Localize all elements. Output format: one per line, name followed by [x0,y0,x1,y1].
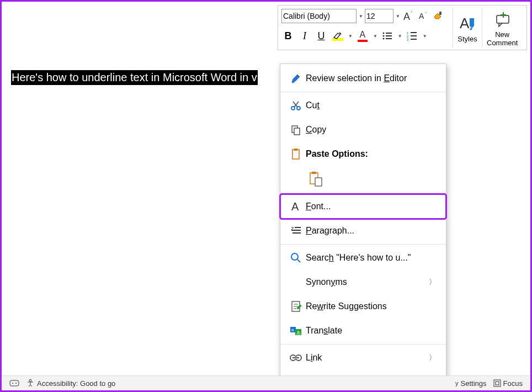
svg-point-9 [382,38,384,40]
svg-text:A: A [403,11,410,22]
menu-font-label: Font... [306,202,436,211]
paste-options-row [280,166,446,192]
svg-text:3: 3 [407,38,409,41]
menu-paste-label: Paste Options: [306,149,436,159]
font-a-icon: A [286,200,306,213]
new-comment-line2: Comment [487,39,518,47]
scissors-icon [286,100,306,111]
text-predictions-button[interactable] [6,379,23,388]
svg-rect-10 [386,38,392,39]
menu-review-in-editor[interactable]: Review selection in Editor [280,66,446,91]
menu-paste-options-header: Paste Options: [280,142,446,166]
svg-rect-22 [294,128,300,135]
font-color-dropdown-icon[interactable]: ▼ [373,34,377,39]
bullets-button[interactable] [381,29,394,43]
size-dropdown-icon[interactable]: ▼ [396,14,400,19]
svg-rect-24 [294,149,297,151]
numbering-dropdown-icon[interactable]: ▼ [423,34,427,39]
status-bar: Accessibility: Good to go y Settings Foc… [2,375,530,390]
menu-cut[interactable]: Cut [280,93,446,118]
svg-text:a: a [291,327,294,332]
numbering-button[interactable]: 123 [406,29,419,43]
highlight-color-button[interactable] [331,29,344,43]
svg-point-32 [291,253,298,260]
paste-keep-source-button[interactable] [306,169,326,189]
svg-rect-14 [411,35,417,36]
svg-text:ˇ: ˇ [425,12,427,17]
font-dropdown-icon[interactable]: ▼ [359,14,363,19]
svg-rect-29 [295,227,301,228]
highlight-dropdown-icon[interactable]: ▼ [348,34,353,39]
predictions-icon [9,379,19,388]
menu-synonyms[interactable]: Synonyms 〉 [280,270,446,294]
svg-point-46 [29,379,31,382]
font-name-combo[interactable] [281,9,357,23]
italic-button[interactable]: I [298,29,311,43]
styles-icon: A [457,13,477,35]
translate-icon: aあ [286,325,306,336]
focus-icon [493,379,501,387]
svg-point-5 [382,33,384,34]
chevron-right-icon: 〉 [429,353,436,363]
focus-label: Focus [503,379,523,388]
menu-font[interactable]: A Font... [280,194,446,219]
shrink-font-button[interactable]: Aˇ [417,9,430,23]
svg-point-7 [382,35,384,37]
format-painter-button[interactable] [432,9,445,23]
svg-text:あ: あ [296,330,301,335]
mini-toolbar: ▼ ▼ Aˆ Aˇ B I U ▼ A [278,5,527,50]
menu-cut-label: Cut [306,100,436,110]
svg-rect-4 [439,12,441,15]
new-comment-line1: New [495,30,509,39]
underline-button[interactable]: U [315,29,328,43]
svg-rect-41 [294,357,298,358]
paragraph-icon [286,226,306,236]
menu-synonyms-label: Synonyms [306,277,429,287]
svg-point-44 [12,383,13,384]
svg-text:A: A [419,12,424,20]
menu-review-label: Review selection in Editor [306,73,436,83]
svg-rect-43 [10,380,19,386]
rewrite-icon [286,300,306,312]
menu-link-label: Link [306,353,429,363]
font-size-combo[interactable] [365,9,393,23]
font-color-button[interactable]: A [356,29,369,43]
svg-rect-26 [312,172,316,174]
menu-rewrite-label: Rewrite Suggestions [306,301,436,311]
menu-search[interactable]: Search "Here's how to u..." [280,246,446,270]
menu-paragraph-label: Paragraph... [306,226,436,236]
menu-link[interactable]: Link 〉 [280,346,446,370]
selected-text[interactable]: Here's how to underline text in Microsof… [11,70,258,85]
menu-copy[interactable]: Copy [280,118,446,142]
bullets-dropdown-icon[interactable]: ▼ [398,34,402,39]
svg-rect-23 [292,150,299,159]
svg-rect-31 [292,232,301,234]
menu-translate[interactable]: aあ Translate [280,319,446,343]
styles-button[interactable]: A Styles [453,6,482,50]
svg-rect-12 [411,32,417,33]
accessibility-status[interactable]: Accessibility: Good to go [23,379,119,388]
editor-pen-icon [286,72,306,84]
accessibility-label: Accessibility: Good to go [37,379,115,388]
display-settings-button[interactable]: y Settings [452,379,490,388]
svg-rect-16 [411,39,417,40]
formatting-group: ▼ ▼ Aˆ Aˇ B I U ▼ A [278,6,453,50]
menu-rewrite-suggestions[interactable]: Rewrite Suggestions [280,294,446,319]
menu-search-label: Search "Here's how to u..." [306,253,436,263]
new-comment-button[interactable]: New Comment [482,6,522,50]
svg-rect-27 [315,178,322,186]
styles-label: Styles [457,35,477,43]
menu-paragraph[interactable]: Paragraph... [280,219,446,243]
svg-rect-30 [291,230,301,231]
svg-point-45 [15,383,17,384]
svg-text:A: A [460,15,470,31]
focus-button[interactable]: Focus [490,379,526,388]
svg-text:ˆ: ˆ [411,10,412,16]
svg-text:A: A [291,200,299,213]
grow-font-button[interactable]: Aˆ [402,9,415,23]
accessibility-icon [26,379,35,388]
context-menu: Review selection in Editor Cut Copy Past… [280,63,446,392]
link-icon [286,354,306,362]
menu-copy-label: Copy [306,125,436,135]
bold-button[interactable]: B [281,29,295,43]
